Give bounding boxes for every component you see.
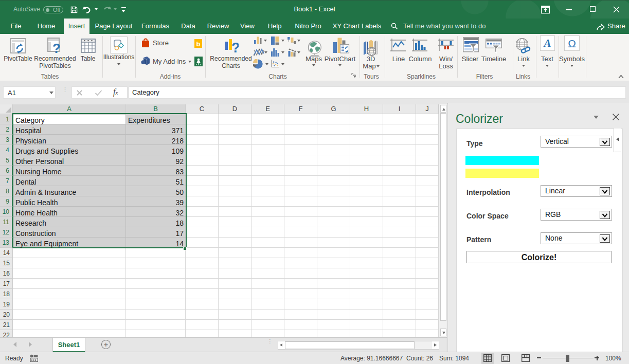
svg-text:?: ? [52, 41, 61, 54]
svg-text:?: ? [231, 40, 239, 54]
svg-text:b: b [196, 40, 201, 48]
